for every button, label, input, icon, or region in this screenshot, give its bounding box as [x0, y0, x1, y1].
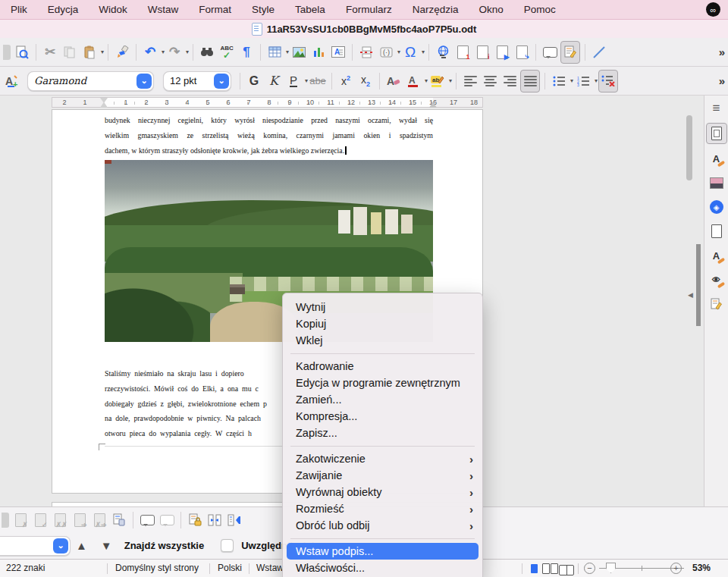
special-character-dropdown[interactable]: ▾	[422, 49, 425, 55]
insert-bookmark-button[interactable]: ▶	[493, 42, 511, 63]
zoom-in-button[interactable]: +	[670, 563, 682, 574]
subscript-button[interactable]: x2	[356, 71, 375, 92]
compare-document-button[interactable]	[110, 510, 128, 531]
context-menu-item[interactable]: Właściwości...	[283, 560, 482, 576]
formatting-overflow-button[interactable]: »	[719, 74, 725, 87]
sidebar-tab-manage-changes[interactable]	[707, 294, 726, 314]
vertical-scrollbar-thumb[interactable]	[686, 115, 692, 180]
justify-button[interactable]	[520, 70, 540, 93]
cross-reference-button[interactable]: ⤷	[513, 42, 531, 63]
font-size-combobox[interactable]: 12 pkt ⌄	[163, 71, 231, 91]
multi-page-view-button[interactable]	[542, 563, 559, 576]
numbered-list-button[interactable]: 123	[574, 71, 592, 92]
bullet-list-button[interactable]	[550, 71, 568, 92]
insert-image-button[interactable]	[290, 42, 308, 63]
context-menu-item[interactable]	[290, 534, 475, 543]
menubar-item[interactable]: Narzędzia	[413, 4, 459, 15]
font-name-chevron-icon[interactable]: ⌄	[136, 74, 152, 89]
insert-textbox-button[interactable]: A	[329, 42, 347, 63]
toolbar-overflow-button[interactable]: »	[719, 45, 725, 58]
zoom-level[interactable]: 53%	[692, 563, 711, 573]
underline-button[interactable]: P	[284, 71, 303, 92]
cut-button[interactable]: ✂	[41, 42, 59, 63]
undo-dropdown[interactable]: ▾	[162, 49, 165, 55]
book-view-button[interactable]	[559, 565, 574, 575]
context-menu-item[interactable]: Edycja w programie zewnętrznym	[283, 375, 482, 391]
menubar-item[interactable]: Formularz	[346, 4, 392, 15]
context-menu-item[interactable]: Wklej	[283, 332, 482, 349]
protect-changes-button[interactable]	[186, 510, 204, 531]
menubar-item[interactable]: Format	[199, 4, 231, 15]
bullet-list-dropdown[interactable]: ▾	[570, 77, 573, 84]
sidebar-splitter[interactable]	[696, 244, 701, 326]
context-menu-item[interactable]: Obróć lub odbij ›	[283, 517, 482, 534]
italic-button[interactable]: K	[265, 71, 283, 92]
numbered-list-dropdown[interactable]: ▾	[595, 77, 598, 84]
redo-button[interactable]: ↷	[165, 42, 184, 63]
hyperlink-button[interactable]	[434, 42, 452, 63]
context-menu-item[interactable]: Zapisz...	[283, 425, 482, 441]
show-changes-button[interactable]	[225, 510, 243, 531]
sidebar-tab-properties[interactable]	[706, 123, 727, 144]
sidebar-tab-navigator[interactable]: ◈	[707, 197, 726, 217]
creative-cloud-icon[interactable]: ∞	[706, 2, 720, 17]
sidebar-settings-icon[interactable]: ≡	[707, 99, 726, 118]
font-color-button[interactable]: A	[404, 71, 422, 92]
reject-change-button[interactable]: ✗	[11, 510, 30, 531]
match-case-checkbox[interactable]	[221, 539, 234, 552]
no-list-button[interactable]	[598, 70, 618, 93]
menubar-item[interactable]: Pomoc	[524, 4, 556, 15]
insert-comment-button-2[interactable]	[138, 510, 156, 531]
copy-button[interactable]	[61, 42, 79, 63]
reject-and-next-button[interactable]: ✗➜	[90, 510, 108, 531]
sidebar-tab-style-inspector[interactable]: 👁	[707, 270, 726, 290]
horizontal-ruler[interactable]: 21 123456789101112131415161718	[52, 97, 483, 108]
special-character-button[interactable]: Ω	[401, 42, 419, 63]
highlight-dropdown[interactable]: ▾	[449, 77, 452, 84]
highlight-color-button[interactable]: ab	[428, 71, 447, 92]
formatting-marks-button[interactable]: ¶	[237, 42, 256, 63]
search-input[interactable]: ⌄	[0, 536, 71, 556]
sidebar-tab-styles[interactable]: A	[707, 149, 726, 168]
clear-formatting-button[interactable]: A	[384, 71, 403, 92]
sidebar-tab-gallery[interactable]	[707, 173, 726, 193]
menubar-item[interactable]: Edycja	[48, 4, 79, 15]
align-left-button[interactable]	[461, 71, 479, 92]
context-menu-item[interactable]: Zakotwiczenie ›	[283, 450, 482, 467]
context-menu-item[interactable]: Wstaw podpis...	[287, 543, 479, 560]
insert-comment-button[interactable]	[541, 42, 559, 63]
language[interactable]: Polski	[218, 563, 242, 573]
menubar-item[interactable]: Style	[252, 4, 275, 15]
strikethrough-button[interactable]: abe	[309, 71, 327, 92]
insert-table-button[interactable]	[265, 42, 284, 63]
font-size-chevron-icon[interactable]: ⌄	[214, 74, 229, 89]
align-center-button[interactable]	[481, 71, 499, 92]
paste-button[interactable]	[80, 42, 99, 63]
merge-document-button[interactable]	[206, 510, 224, 531]
table-dropdown[interactable]: ▾	[286, 49, 289, 55]
find-previous-button[interactable]: ▲	[76, 539, 87, 552]
delete-comment-button[interactable]	[158, 510, 176, 531]
insert-endnote-button[interactable]: i	[473, 42, 491, 63]
clone-formatting-button[interactable]	[113, 42, 131, 63]
underline-dropdown[interactable]: ▾	[305, 77, 308, 84]
sidebar-tab-page[interactable]	[707, 221, 726, 241]
context-menu-item[interactable]: Wyrównaj obiekty ›	[283, 484, 482, 500]
insert-mode[interactable]: Wstaw	[256, 563, 284, 573]
insert-chart-button[interactable]	[309, 42, 328, 63]
spellcheck-button[interactable]: ABC ✓	[218, 42, 236, 63]
context-menu-item[interactable]: Wytnij	[283, 299, 482, 315]
paste-dropdown[interactable]: ▾	[101, 49, 104, 55]
align-right-button[interactable]	[500, 71, 519, 92]
char-count[interactable]: 222 znaki	[6, 563, 45, 573]
single-page-view-button[interactable]	[531, 564, 538, 573]
find-replace-button[interactable]	[198, 42, 216, 63]
page-style[interactable]: Domyślny styl strony	[115, 563, 199, 573]
zoom-slider-handle[interactable]	[606, 563, 616, 573]
context-menu-item[interactable]: Kadrowanie	[283, 358, 482, 375]
context-menu-item[interactable]: Kompresja...	[283, 408, 482, 425]
insert-field-button[interactable]: (·)	[377, 42, 395, 63]
field-dropdown[interactable]: ▾	[397, 49, 400, 55]
menubar-item[interactable]: Plik	[11, 4, 27, 15]
sidebar-collapse-icon[interactable]: ◀	[688, 291, 693, 299]
